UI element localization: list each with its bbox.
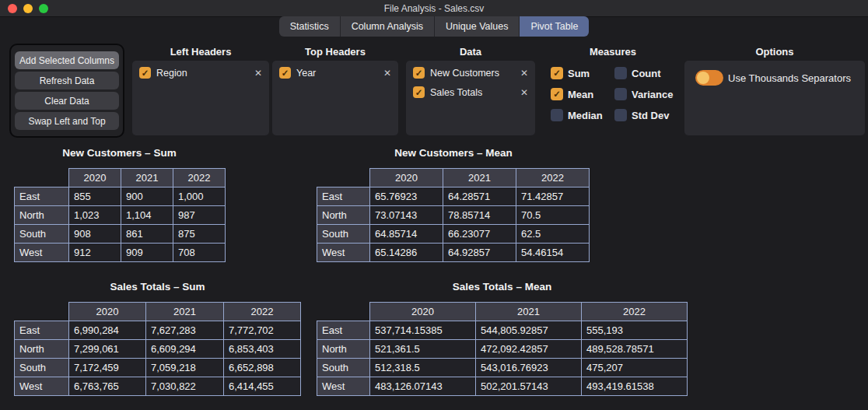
year-column-header: 2021 [121, 169, 173, 187]
checkbox-count[interactable] [614, 67, 627, 79]
table-row: East65.7692364.2857171.42857 [317, 187, 590, 206]
value-cell: 7,030,822 [146, 377, 224, 396]
value-cell: 909 [121, 244, 173, 262]
minimize-window-button[interactable] [23, 4, 33, 13]
corner-cell [317, 169, 370, 187]
row-label: South [15, 359, 69, 377]
table-title-new-customers-mean: New Customers – Mean [317, 147, 590, 159]
measures-title: Measures [544, 46, 681, 58]
clear-data-button[interactable]: Clear Data [15, 92, 119, 110]
measure-variance[interactable]: Variance [614, 88, 692, 100]
table-row: South64.8571466.2307762.5 [317, 225, 590, 244]
value-cell: 908 [69, 225, 121, 244]
remove-new-customers-button[interactable]: ✕ [520, 68, 528, 78]
year-column-header: 2020 [69, 169, 121, 187]
top-header-item-year[interactable]: Year ✕ [272, 63, 398, 82]
value-cell: 555,193 [582, 321, 688, 340]
remove-year-button[interactable]: ✕ [383, 68, 391, 78]
pivot-table: 202020212022East8559001,000North1,0231,1… [14, 168, 226, 262]
row-label: South [317, 225, 370, 244]
checkbox-region[interactable] [139, 67, 151, 79]
left-headers-title: Left Headers [132, 46, 269, 58]
table-header-row: 202020212022 [15, 169, 226, 187]
year-column-header: 2020 [370, 303, 476, 321]
data-item-new-customers[interactable]: New Customers ✕ [406, 63, 535, 82]
add-selected-columns-button[interactable]: Add Selected Columns [15, 51, 119, 69]
tab-bar: Statistics Column Analysis Unique Values… [0, 16, 868, 37]
measure-label: Mean [568, 89, 593, 100]
measure-std-dev[interactable]: Std Dev [614, 109, 692, 121]
checkbox-new-customers[interactable] [413, 67, 425, 79]
table-row: West6,763,7657,030,8226,414,455 [15, 377, 301, 396]
table-row: North1,0231,104987 [15, 206, 226, 225]
measure-median[interactable]: Median [551, 109, 614, 121]
value-cell: 489,528.78571 [582, 340, 688, 359]
value-cell: 64.85714 [370, 225, 443, 244]
value-cell: 900 [121, 187, 173, 206]
measure-sum[interactable]: Sum [551, 67, 614, 79]
left-header-item-region[interactable]: Region ✕ [132, 63, 269, 82]
measure-label: Variance [632, 89, 674, 100]
tab-column-analysis[interactable]: Column Analysis [341, 16, 434, 37]
value-cell: 6,990,284 [69, 321, 146, 340]
checkbox-sales-totals[interactable] [413, 86, 425, 98]
measure-mean[interactable]: Mean [551, 88, 614, 100]
checkbox-sum[interactable] [551, 67, 563, 79]
top-headers-title: Top Headers [272, 46, 398, 58]
swap-left-and-top-button[interactable]: Swap Left and Top [15, 112, 119, 130]
refresh-data-button[interactable]: Refresh Data [15, 72, 119, 89]
value-cell: 544,805.92857 [476, 321, 582, 340]
measure-count[interactable]: Count [614, 67, 692, 79]
value-cell: 987 [173, 206, 226, 225]
remove-region-button[interactable]: ✕ [254, 68, 262, 78]
value-cell: 73.07143 [370, 206, 443, 225]
checkbox-median[interactable] [551, 109, 563, 121]
value-cell: 875 [173, 225, 226, 244]
value-cell: 64.92857 [443, 244, 516, 262]
value-cell: 543,016.76923 [476, 359, 582, 377]
measure-label: Sum [568, 68, 590, 79]
value-cell: 78.85714 [443, 206, 516, 225]
left-headers-panel: Region ✕ [132, 61, 269, 135]
table-row: East537,714.15385544,805.92857555,193 [317, 321, 688, 340]
checkbox-year[interactable] [279, 67, 291, 79]
table-row: East6,990,2847,627,2837,772,702 [15, 321, 301, 340]
table-row: West483,126.07143502,201.57143493,419.61… [317, 377, 688, 396]
tab-unique-values[interactable]: Unique Values [435, 16, 519, 37]
value-cell: 71.42857 [516, 187, 590, 206]
checkbox-variance[interactable] [614, 88, 627, 100]
tab-statistics[interactable]: Statistics [279, 16, 340, 37]
value-cell: 1,023 [69, 206, 121, 225]
value-cell: 7,172,459 [69, 359, 146, 377]
value-cell: 62.5 [516, 225, 590, 244]
remove-sales-totals-button[interactable]: ✕ [520, 88, 528, 97]
table-row: East8559001,000 [15, 187, 226, 206]
value-cell: 65.14286 [370, 244, 443, 262]
zoom-window-button[interactable] [39, 4, 48, 13]
checkbox-mean[interactable] [551, 88, 563, 100]
year-column-header: 2022 [516, 169, 590, 187]
value-cell: 54.46154 [516, 244, 590, 262]
value-cell: 502,201.57143 [476, 377, 582, 396]
row-label: West [317, 377, 370, 396]
value-cell: 7,772,702 [224, 321, 301, 340]
thousands-separator-toggle[interactable] [695, 70, 723, 86]
corner-cell [15, 169, 69, 187]
data-item-label: New Customers [430, 68, 499, 79]
data-item-sales-totals[interactable]: Sales Totals ✕ [406, 82, 535, 102]
table-title-sales-totals-mean: Sales Totals – Mean [317, 281, 688, 293]
checkbox-std-dev[interactable] [614, 109, 627, 121]
tab-pivot-table[interactable]: Pivot Table [520, 16, 589, 37]
value-cell: 855 [69, 187, 121, 206]
measure-label: Std Dev [632, 110, 669, 121]
value-cell: 7,059,218 [146, 359, 224, 377]
value-cell: 861 [121, 225, 173, 244]
table-header-row: 202020212022 [15, 303, 301, 321]
row-label: West [317, 244, 370, 262]
thousands-separator-option[interactable]: Use Thousands Separators [695, 70, 851, 86]
value-cell: 65.76923 [370, 187, 443, 206]
table-header-row: 202020212022 [317, 169, 590, 187]
close-window-button[interactable] [8, 4, 17, 13]
value-cell: 493,419.61538 [582, 377, 688, 396]
measure-label: Median [568, 110, 603, 121]
